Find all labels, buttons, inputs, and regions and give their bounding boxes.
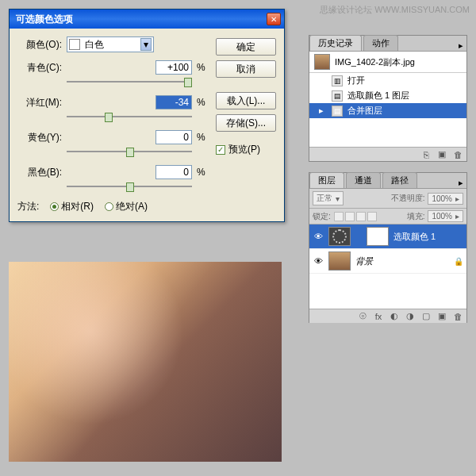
mask-thumb-icon — [367, 227, 389, 246]
layer-row[interactable]: 👁 背景 🔒 — [309, 249, 466, 274]
radio-off-icon — [105, 202, 113, 211]
color-swatch-icon — [69, 39, 80, 50]
history-item-label: 选取颜色 1 图层 — [347, 90, 409, 102]
checkbox-checked-icon: ✓ — [216, 145, 225, 155]
layers-panel: 图层 通道 路径 ▸ 正常▾ 不透明度: 100%▸ 锁定: 填充: 100%▸… — [309, 172, 467, 323]
percent-label: % — [197, 97, 208, 108]
fill-label: 填充: — [407, 211, 425, 222]
layer-icon: ▤ — [332, 90, 343, 102]
method-relative-label: 相对(R) — [61, 200, 94, 213]
load-button[interactable]: 载入(L)... — [216, 92, 276, 109]
trash-icon[interactable]: 🗑 — [452, 149, 463, 160]
panel-menu-icon[interactable]: ▸ — [455, 40, 466, 51]
watermark-text: 思缘设计论坛 WWW.MISSYUAN.COM — [320, 4, 470, 16]
folder-icon[interactable]: ▢ — [420, 311, 432, 322]
fill-input[interactable]: 100%▸ — [428, 210, 463, 222]
color-label: 颜色(O): — [17, 38, 62, 52]
new-snapshot-icon[interactable]: ⎘ — [420, 149, 432, 160]
history-item-label: 合并图层 — [347, 105, 382, 117]
history-item[interactable]: ▤ 选取颜色 1 图层 — [309, 88, 466, 103]
chevron-right-icon: ▸ — [455, 212, 459, 221]
lock-icon: 🔒 — [454, 257, 463, 266]
cancel-button[interactable]: 取消 — [216, 60, 276, 78]
dialog-title: 可选颜色选项 — [13, 13, 267, 26]
opacity-label: 不透明度: — [391, 193, 425, 204]
history-panel: 历史记录 动作 ▸ IMG_1402-2副本.jpg ▥ 打开 ▤ 选取颜色 1… — [309, 35, 467, 162]
close-icon[interactable]: ✕ — [267, 13, 281, 25]
yellow-label: 黄色(Y): — [17, 131, 62, 144]
black-input[interactable]: 0 — [155, 165, 192, 179]
preview-checkbox[interactable]: ✓ 预览(P) — [216, 143, 276, 156]
save-button[interactable]: 存储(S)... — [216, 114, 276, 132]
panel-menu-icon[interactable]: ▸ — [455, 178, 466, 188]
dialog-titlebar[interactable]: 可选颜色选项 ✕ — [10, 10, 284, 29]
opacity-input[interactable]: 100%▸ — [428, 193, 463, 205]
layer-row[interactable]: 👁 选取颜色 1 — [309, 225, 466, 249]
new-layer-icon[interactable]: ▣ — [436, 311, 447, 322]
tab-channels[interactable]: 通道 — [346, 172, 381, 188]
magenta-label: 洋红(M): — [17, 96, 62, 109]
new-document-icon[interactable]: ▣ — [436, 149, 447, 160]
visibility-eye-icon[interactable]: 👁 — [313, 255, 324, 267]
trash-icon[interactable]: 🗑 — [452, 311, 463, 322]
method-label: 方法: — [17, 200, 39, 213]
layer-label: 背景 — [355, 255, 373, 267]
selective-color-dialog: 可选颜色选项 ✕ 颜色(O): 白色 ▾ 青色(C): +100 % 洋红(M)… — [9, 9, 285, 222]
preview-label: 预览(P) — [228, 143, 260, 156]
layer-thumb-icon — [328, 251, 351, 271]
percent-label: % — [197, 132, 208, 143]
method-relative-radio[interactable]: 相对(R) — [50, 200, 94, 213]
open-icon: ▥ — [332, 75, 343, 86]
document-canvas[interactable] — [9, 262, 282, 462]
percent-label: % — [197, 167, 208, 178]
radio-on-icon — [50, 202, 59, 211]
merge-icon: ▤ — [332, 106, 343, 117]
history-item[interactable]: ▥ 打开 — [309, 73, 466, 88]
document-thumb-icon — [314, 54, 330, 70]
black-label: 黑色(B): — [17, 166, 62, 179]
chevron-down-icon: ▾ — [336, 194, 340, 203]
magenta-slider[interactable] — [67, 111, 192, 121]
mask-icon[interactable]: ◐ — [389, 311, 400, 322]
cyan-slider[interactable] — [67, 76, 192, 86]
history-item[interactable]: ▸ ▤ 合并图层 — [309, 103, 466, 118]
history-brush-icon: ▸ — [316, 106, 327, 117]
black-slider[interactable] — [67, 181, 192, 190]
history-source-label: IMG_1402-2副本.jpg — [335, 56, 415, 68]
chevron-right-icon: ▸ — [455, 194, 459, 203]
percent-label: % — [197, 62, 208, 73]
lock-label: 锁定: — [313, 211, 331, 222]
adjustment-icon[interactable]: ◑ — [405, 311, 416, 322]
color-dropdown[interactable]: 白色 ▾ — [67, 36, 154, 52]
blend-mode-dropdown[interactable]: 正常▾ — [313, 191, 344, 205]
tab-history[interactable]: 历史记录 — [309, 35, 362, 51]
color-value: 白色 — [85, 38, 104, 52]
link-layers-icon[interactable]: ⦾ — [357, 311, 368, 322]
method-absolute-label: 绝对(A) — [116, 200, 148, 213]
adjustment-thumb-icon — [328, 227, 351, 246]
yellow-input[interactable]: 0 — [155, 130, 192, 144]
lock-icons-group[interactable] — [334, 212, 377, 221]
yellow-slider[interactable] — [67, 146, 192, 155]
chevron-down-icon[interactable]: ▾ — [140, 38, 152, 51]
layer-label: 选取颜色 1 — [393, 231, 436, 243]
history-source-row[interactable]: IMG_1402-2副本.jpg — [309, 52, 466, 73]
tab-actions[interactable]: 动作 — [363, 35, 398, 51]
cyan-input[interactable]: +100 — [155, 60, 192, 75]
magenta-input[interactable]: -34 — [155, 95, 192, 109]
method-absolute-radio[interactable]: 绝对(A) — [105, 200, 148, 213]
tab-paths[interactable]: 路径 — [382, 172, 417, 188]
cyan-label: 青色(C): — [17, 61, 62, 75]
history-item-label: 打开 — [347, 75, 365, 86]
visibility-eye-icon[interactable]: 👁 — [313, 231, 324, 242]
ok-button[interactable]: 确定 — [216, 38, 276, 56]
tab-layers[interactable]: 图层 — [309, 172, 344, 188]
fx-icon[interactable]: fx — [373, 311, 384, 322]
